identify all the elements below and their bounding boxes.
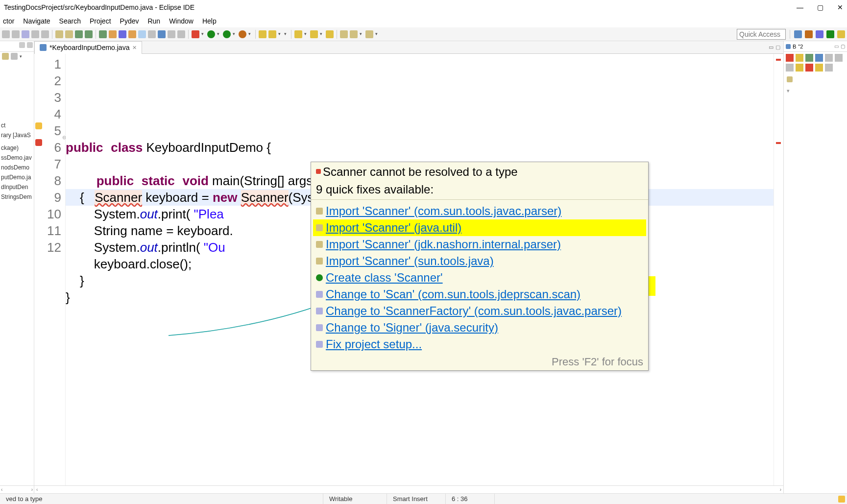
tool-icon[interactable] — [294, 30, 302, 38]
tree-item[interactable]: ckage) — [0, 143, 34, 153]
debug-icon[interactable] — [192, 30, 199, 38]
tab-close-icon[interactable]: ✕ — [132, 45, 137, 51]
menu-pydev[interactable]: Pydev — [120, 17, 139, 25]
external-icon[interactable] — [239, 30, 246, 38]
maximize-button[interactable]: ▢ — [817, 3, 823, 11]
tree-item[interactable]: ssDemo.jav — [0, 153, 34, 163]
tool-icon[interactable] — [148, 30, 156, 38]
tool-icon[interactable] — [12, 30, 20, 38]
outline-dropdown[interactable]: ▾ — [784, 87, 847, 95]
perspective-icon[interactable] — [816, 30, 823, 38]
tool-icon[interactable] — [138, 30, 146, 38]
dropdown-icon[interactable] — [278, 30, 282, 38]
menu-run[interactable]: Run — [147, 17, 160, 25]
sort-icon[interactable] — [786, 54, 794, 62]
dropdown-icon[interactable] — [360, 30, 363, 38]
minimize-icon[interactable]: ▭ — [834, 44, 839, 49]
new-package-icon[interactable] — [259, 30, 266, 38]
forward-icon[interactable] — [350, 30, 358, 38]
perspective-icon[interactable] — [794, 30, 802, 38]
quickfix-item[interactable]: Import 'Scanner' (sun.tools.java) — [313, 253, 646, 269]
quickfix-item[interactable]: Change to 'Signer' (java.security) — [313, 319, 646, 336]
link-icon[interactable] — [825, 54, 833, 62]
perspective-icon[interactable] — [837, 30, 845, 38]
tool-icon[interactable] — [2, 30, 10, 38]
tool-icon[interactable] — [158, 30, 166, 38]
error-overview-marker[interactable] — [776, 142, 781, 144]
dropdown-icon[interactable] — [233, 30, 237, 38]
tool-icon[interactable] — [55, 30, 63, 38]
dropdown-icon[interactable] — [284, 30, 288, 38]
tool-icon[interactable] — [825, 64, 833, 72]
overview-ruler[interactable] — [774, 54, 783, 485]
editor-scrollbar[interactable]: ‹› — [34, 485, 783, 493]
quickfix-item[interactable]: Create class 'Scanner' — [313, 269, 646, 286]
build-status-icon[interactable] — [838, 496, 845, 503]
menu-window[interactable]: Window — [169, 17, 194, 25]
tool-icon[interactable] — [119, 30, 126, 38]
quickfix-item[interactable]: Change to 'ScannerFactory' (com.sun.tool… — [313, 303, 646, 319]
maximize-icon[interactable]: ▢ — [775, 44, 780, 50]
close-button[interactable]: ✕ — [837, 3, 843, 11]
filter-icon[interactable] — [796, 54, 803, 62]
tree-item[interactable]: putDemo.ja — [0, 172, 34, 182]
minimize-icon[interactable] — [19, 42, 25, 48]
tool-icon[interactable] — [805, 64, 813, 72]
filter-icon[interactable] — [805, 54, 813, 62]
warning-marker-icon[interactable] — [35, 122, 42, 129]
tool-icon[interactable] — [65, 30, 73, 38]
tool-icon[interactable] — [22, 30, 29, 38]
quickfix-item[interactable]: Fix project setup... — [313, 336, 646, 353]
minimize-button[interactable]: — — [797, 3, 803, 11]
dropdown-icon[interactable] — [248, 30, 252, 38]
tool-icon[interactable] — [109, 30, 117, 38]
tree-item[interactable]: rary [JavaS — [0, 130, 34, 140]
tool-icon[interactable] — [168, 30, 175, 38]
dropdown-icon[interactable] — [20, 53, 24, 61]
dropdown-icon[interactable] — [304, 30, 308, 38]
tool-icon[interactable] — [310, 30, 318, 38]
horizontal-scrollbar[interactable]: ‹› — [0, 485, 34, 493]
tool-icon[interactable] — [815, 64, 823, 72]
quickfix-item[interactable]: Import 'Scanner' (jdk.nashorn.internal.p… — [313, 236, 646, 253]
perspective-icon[interactable] — [826, 30, 834, 38]
package-icon[interactable] — [787, 76, 793, 82]
tool-icon[interactable] — [99, 30, 107, 38]
minimize-icon[interactable]: ▭ — [769, 44, 774, 50]
maximize-icon[interactable]: ▢ — [841, 44, 845, 49]
dropdown-icon[interactable] — [375, 30, 379, 38]
dropdown-icon[interactable] — [201, 30, 205, 38]
perspective-icon[interactable] — [805, 30, 813, 38]
tool-icon[interactable] — [75, 30, 83, 38]
menu-project[interactable]: Project — [90, 17, 111, 25]
tool-icon[interactable] — [835, 54, 843, 62]
quickfix-item[interactable]: Change to 'Scan' (com.sun.tools.jdeprsca… — [313, 286, 646, 303]
tool-icon[interactable] — [177, 30, 185, 38]
maximize-icon[interactable] — [27, 42, 33, 48]
error-marker-icon[interactable] — [35, 139, 42, 146]
tool-icon[interactable] — [41, 30, 49, 38]
tool-icon[interactable] — [326, 30, 334, 38]
new-class-icon[interactable] — [268, 30, 276, 38]
dropdown-icon[interactable] — [320, 30, 324, 38]
menu-navigate[interactable]: Navigate — [23, 17, 50, 25]
collapse-icon[interactable] — [11, 53, 18, 60]
menu-refactor[interactable]: ctor — [3, 17, 14, 25]
dropdown-icon[interactable] — [217, 30, 221, 38]
editor-tab[interactable]: *KeyboardInputDemo.java ✕ — [34, 41, 142, 54]
coverage-icon[interactable] — [223, 30, 231, 38]
error-overview-marker[interactable] — [776, 59, 781, 61]
run-icon[interactable] — [207, 30, 215, 38]
menu-search[interactable]: Search — [59, 17, 81, 25]
tree-item[interactable]: dInputDen — [0, 182, 34, 192]
rp-tab[interactable]: B — [793, 44, 796, 49]
quickfix-item[interactable]: Import 'Scanner' (java.util) — [313, 219, 646, 236]
tool-icon[interactable] — [796, 64, 803, 72]
tool-icon[interactable] — [85, 30, 93, 38]
filter-icon[interactable] — [815, 54, 823, 62]
link-icon[interactable] — [2, 53, 9, 60]
menu-help[interactable]: Help — [202, 17, 217, 25]
rp-tab[interactable]: "2 — [798, 44, 803, 49]
tool-icon[interactable] — [128, 30, 136, 38]
tree-item[interactable]: StringsDem — [0, 192, 34, 202]
